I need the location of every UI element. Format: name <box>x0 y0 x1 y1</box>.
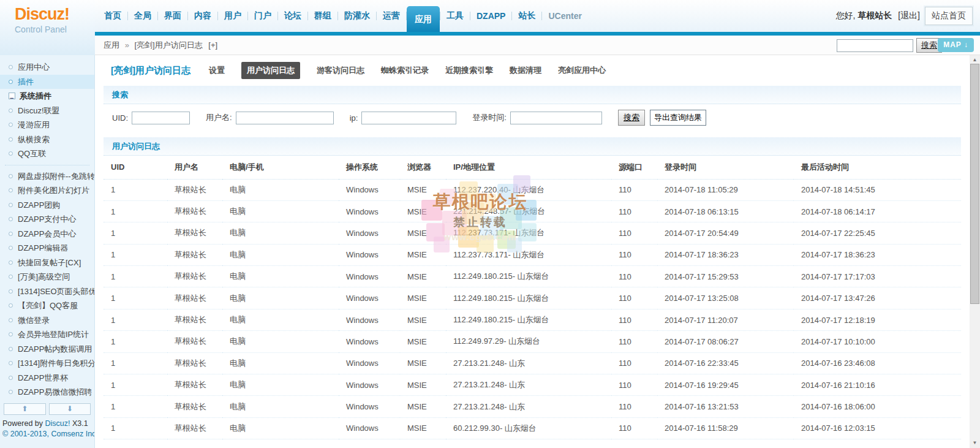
powered-prefix: Powered by <box>2 419 43 428</box>
sidebar-item-[1314]SEO页面头部优化[interactable]: [1314]SEO页面头部优化 <box>0 284 94 299</box>
admin-search-input[interactable] <box>837 39 913 52</box>
nav-tab-用户[interactable]: 用户 <box>218 10 247 21</box>
vertical-scrollbar[interactable]: ▲ ▼ <box>970 55 980 448</box>
bullet-icon <box>9 108 13 113</box>
cell: 草根站长 <box>167 200 222 222</box>
sidebar: 应用中心插件系统插件Discuz!联盟漫游应用纵横搜索QQ互联网盘虚拟附件--免… <box>0 55 95 448</box>
cell: Windows <box>339 374 400 396</box>
sidebar-item-[万美]高级空间[interactable]: [万美]高级空间 <box>0 270 94 284</box>
nav-tab-论坛[interactable]: 论坛 <box>278 10 307 21</box>
column-header: 浏览器 <box>400 156 446 179</box>
sidebar-item-微信登录[interactable]: 微信登录 <box>0 313 94 328</box>
sidebar-item-DZAPP支付中心[interactable]: DZAPP支付中心 <box>0 212 94 227</box>
scroll-down-button[interactable]: ⬇ <box>49 403 91 415</box>
cell: MSIE <box>400 352 446 374</box>
sidebar-item-QQ互联[interactable]: QQ互联 <box>0 146 94 161</box>
sidebar-item-网盘虚拟附件--免跳转下载[interactable]: 网盘虚拟附件--免跳转下载 <box>0 169 94 184</box>
sidebar-item-Discuz!联盟[interactable]: Discuz!联盟 <box>0 104 94 118</box>
sidebar-item-DZAPP团购[interactable]: DZAPP团购 <box>0 198 94 213</box>
table-row: 1草根站长电脑WindowsMSIE27.213.21.248- 山东11020… <box>104 352 961 374</box>
sidebar-group-系统插件[interactable]: 系统插件 <box>0 89 94 104</box>
tab-近期搜索引擎[interactable]: 近期搜索引擎 <box>445 65 493 76</box>
nav-tab-防灌水[interactable]: 防灌水 <box>338 10 376 21</box>
sidebar-item-DZAPP帖内数据调用[interactable]: DZAPP帖内数据调用 <box>0 342 94 357</box>
nav-tab-界面[interactable]: 界面 <box>158 10 187 21</box>
site-home-button[interactable]: 站点首页 <box>925 7 973 25</box>
cell: Windows <box>339 244 400 265</box>
cell: 2014-07-16 12:03:15 <box>794 417 961 439</box>
tab-用户访问日志[interactable]: 用户访问日志 <box>241 62 300 79</box>
tab-游客访问日志[interactable]: 游客访问日志 <box>317 65 364 76</box>
sidebar-item-快捷回复帖子[CX][interactable]: 快捷回复帖子[CX] <box>0 256 94 270</box>
table-row: 1草根站长电脑WindowsMSIE112.249.180.215- 山东烟台1… <box>104 266 961 287</box>
cell: 112.249.180.215- 山东烟台 <box>446 287 611 309</box>
sidebar-item-DZAPP世界杯[interactable]: DZAPP世界杯 <box>0 371 94 385</box>
top-nav: 首页全局界面内容用户门户论坛群组防灌水运营应用工具DZAPP站长UCenter <box>98 0 588 32</box>
search-field-input-3[interactable] <box>510 112 602 124</box>
breadcrumb-expand-button[interactable]: [+] <box>208 40 217 50</box>
user-info: 您好, 草根站长 [退出] <box>836 10 920 21</box>
sidebar-item-label: DZAPP世界杯 <box>18 371 68 385</box>
nav-tab-首页[interactable]: 首页 <box>98 10 127 21</box>
sidebar-item-【亮剑】QQ客服[interactable]: 【亮剑】QQ客服 <box>0 298 94 313</box>
sidebar-item-label: DZAPP帖内数据调用 <box>18 342 92 357</box>
cell: 草根站长 <box>167 287 222 309</box>
discuz-link[interactable]: Discuz! <box>45 419 70 428</box>
tab-蜘蛛索引记录[interactable]: 蜘蛛索引记录 <box>381 65 429 76</box>
breadcrumb-root[interactable]: 应用 <box>104 40 119 50</box>
map-button[interactable]: MAP ↓ <box>938 38 974 52</box>
table-row: 1草根站长电脑WindowsMSIE27.213.21.248- 山东11020… <box>104 374 961 396</box>
bullet-icon <box>9 65 13 69</box>
table-row: 1草根站长电脑WindowsMSIE112.249.180.215- 山东烟台1… <box>104 287 961 309</box>
export-results-button[interactable]: 导出查询结果 <box>650 110 706 126</box>
nav-tab-运营[interactable]: 运营 <box>377 10 406 21</box>
sidebar-item-DZAPP会员中心[interactable]: DZAPP会员中心 <box>0 227 94 241</box>
copyright-link[interactable]: © 2001-2013, Comsenz Inc. <box>2 429 93 440</box>
nav-tab-应用[interactable]: 应用 <box>407 6 440 32</box>
discuz-logo: Discuz! <box>15 5 95 24</box>
tab-亮剑应用中心[interactable]: 亮剑应用中心 <box>558 65 606 76</box>
cell: 草根站长 <box>167 266 222 287</box>
sidebar-item-附件美化图片幻灯片[interactable]: 附件美化图片幻灯片 <box>0 183 94 198</box>
scrollbar-down-arrow[interactable]: ▼ <box>970 438 980 448</box>
collapse-icon[interactable] <box>9 93 15 99</box>
sidebar-item-会员异地登陆IP统计[interactable]: 会员异地登陆IP统计 <box>0 327 94 342</box>
search-field-input-0[interactable] <box>132 112 190 124</box>
cell: MSIE <box>400 222 446 244</box>
sidebar-item-应用中心[interactable]: 应用中心 <box>0 60 94 75</box>
logout-link[interactable]: [退出] <box>898 10 920 20</box>
nav-tab-UCenter[interactable]: UCenter <box>542 11 587 21</box>
table-row: 1草根站长电脑WindowsMSIE221.214.248.57- 山东烟台11… <box>104 200 961 222</box>
tab-数据清理[interactable]: 数据清理 <box>510 65 541 76</box>
sidebar-item-插件[interactable]: 插件 <box>0 75 94 89</box>
sidebar-item-纵横搜索[interactable]: 纵横搜索 <box>0 132 94 147</box>
nav-tab-DZAPP[interactable]: DZAPP <box>470 11 511 21</box>
sidebar-item-漫游应用[interactable]: 漫游应用 <box>0 118 94 132</box>
logo-panel: Discuz! Control Panel <box>0 0 95 55</box>
nav-tab-全局[interactable]: 全局 <box>128 10 157 21</box>
nav-tab-工具[interactable]: 工具 <box>440 10 470 21</box>
scroll-up-button[interactable]: ⬆ <box>4 403 46 415</box>
search-form: UID:用户名:ip:登录时间: 搜索 导出查询结果 <box>104 104 961 131</box>
sidebar-item-label: [万美]高级空间 <box>18 270 70 284</box>
nav-tab-站长[interactable]: 站长 <box>512 10 541 21</box>
cell: 2014-07-17 17:17:03 <box>794 266 961 287</box>
sidebar-item-[1314]附件每日免积分[interactable]: [1314]附件每日免积分 <box>0 356 94 371</box>
sidebar-footer: Powered by Discuz! X3.1 © 2001-2013, Com… <box>0 415 94 440</box>
sidebar-item-DZAPP易微信微招聘[interactable]: DZAPP易微信微招聘 <box>0 385 94 400</box>
nav-tab-门户[interactable]: 门户 <box>248 10 277 21</box>
sidebar-item-label: DZAPP支付中心 <box>18 212 76 227</box>
bullet-icon <box>9 275 13 279</box>
search-field-input-1[interactable] <box>236 112 334 124</box>
sidebar-item-DZAPP编辑器[interactable]: DZAPP编辑器 <box>0 241 94 256</box>
nav-tab-群组[interactable]: 群组 <box>308 10 337 21</box>
cell: 草根站长 <box>167 179 222 200</box>
nav-tab-内容[interactable]: 内容 <box>188 10 217 21</box>
cell: 2014-07-16 18:06:00 <box>794 396 961 417</box>
powered-by-line: Powered by Discuz! X3.1 <box>2 419 93 430</box>
cell: 2014-07-17 10:10:00 <box>794 331 961 352</box>
scrollbar-thumb[interactable] <box>970 64 979 304</box>
log-search-button[interactable]: 搜索 <box>618 110 645 126</box>
search-field-input-2[interactable] <box>361 112 456 124</box>
tab-设置[interactable]: 设置 <box>209 65 225 76</box>
